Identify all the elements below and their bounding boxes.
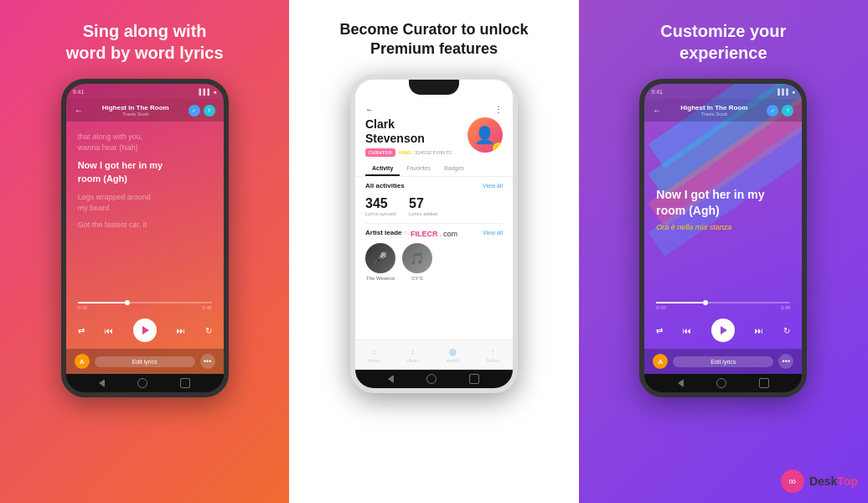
- identify-nav-icon: ◎: [449, 347, 457, 356]
- lyrics-added-label: Lyrics added: [409, 211, 437, 216]
- phone3-more-options[interactable]: •••: [778, 354, 793, 369]
- user-avatar[interactable]: A: [75, 354, 90, 369]
- phone-2-screen: ← ⋮ Clark Stevenson CURATOR KING 334532 …: [355, 80, 513, 370]
- phone-2-nav: [355, 370, 513, 388]
- phone3-nav-recents[interactable]: [759, 378, 769, 388]
- phone3-nav-back[interactable]: [678, 379, 684, 387]
- phone3-progress-fill: [656, 302, 703, 303]
- play-button[interactable]: [133, 319, 157, 342]
- lyric-line-1: that along with you,wanna hear (Nah): [78, 132, 212, 153]
- profile-badges: CURATOR KING 334532 POINTS: [365, 148, 461, 157]
- lyric-highlight: Now I got her: [78, 160, 137, 170]
- view-all-activities[interactable]: View all: [483, 183, 503, 189]
- points-badge: 334532 POINTS: [415, 150, 452, 155]
- panel-3-title: Customize your experience: [660, 20, 786, 64]
- library-nav-icon: ♪: [411, 347, 415, 356]
- phone3-artist-name: Travis Scott: [701, 111, 727, 117]
- panel-2-title: Become Curator to unlock Premium feature…: [339, 20, 528, 60]
- shuffle-icon[interactable]: ⇄: [78, 326, 85, 335]
- profile-name: Clark Stevenson: [365, 117, 461, 146]
- next-icon[interactable]: ⏭: [177, 326, 185, 335]
- time-total: 3:48: [202, 305, 212, 310]
- song-title: Highest In The Room: [102, 104, 169, 111]
- phone3-edit-lyrics[interactable]: Edit lyrics: [673, 356, 773, 367]
- filecr-brand: FILECR: [411, 230, 438, 238]
- lyrics-content: that along with you,wanna hear (Nah) Now…: [66, 122, 224, 297]
- translate-icon[interactable]: T: [204, 105, 215, 117]
- bottom-nav-submit[interactable]: ↑ Submit: [486, 347, 499, 363]
- lyrics-synced-label: Lyrics synced: [365, 211, 395, 216]
- notch: [409, 80, 459, 95]
- filecr-dot: .: [439, 230, 442, 238]
- tab-badges[interactable]: Badges: [437, 162, 471, 176]
- phone2-nav-home[interactable]: [426, 374, 437, 384]
- view-all-leaderboard[interactable]: View all: [483, 230, 503, 236]
- phone-3-content: 9:41 ▌▌▌ ● ← Highest In The Room Travis …: [644, 84, 802, 374]
- crown-icon: 👑: [493, 143, 503, 153]
- phone3-avatar[interactable]: A: [653, 354, 668, 369]
- lyric-line-active: Now I got her in myroom (Agh): [78, 159, 212, 185]
- bottom-nav-identify[interactable]: ◎ Identify: [446, 347, 459, 363]
- phone3-time-total: 3:48: [781, 305, 791, 310]
- phone3-shuffle-icon[interactable]: ⇄: [656, 326, 663, 335]
- phone2-bottom-nav: ⌂ Home ♪ Library ◎ Identify ↑ Submit: [355, 340, 513, 370]
- tab-favorites[interactable]: Favorites: [400, 162, 437, 176]
- bottom-action-bar: A Edit lyrics •••: [66, 349, 224, 374]
- phone2-menu-icon[interactable]: ⋮: [494, 105, 503, 114]
- tabs-row: Activity Favorites Badges: [355, 162, 513, 177]
- bottom-nav-library[interactable]: ♪ Library: [406, 347, 419, 363]
- lyrics-synced-count: 345: [365, 196, 395, 211]
- phone2-nav-back[interactable]: [388, 375, 394, 383]
- progress-fill: [78, 302, 125, 303]
- tab-activity[interactable]: Activity: [365, 162, 400, 176]
- phone3-play-button[interactable]: [711, 319, 735, 342]
- phone3-back-icon[interactable]: ←: [653, 106, 661, 115]
- check-icon[interactable]: ✓: [189, 105, 200, 117]
- artist-item-2[interactable]: 🎵 CY'S: [402, 243, 432, 281]
- time-current: 0:40: [78, 305, 88, 310]
- phone3-play-icon: [721, 326, 727, 334]
- phone3-nav-home[interactable]: [716, 378, 726, 388]
- nav-back-button[interactable]: [99, 379, 105, 387]
- phone3-check-icon[interactable]: ✓: [767, 105, 778, 117]
- phone3-next-icon[interactable]: ⏭: [755, 326, 763, 335]
- more-options-button[interactable]: •••: [200, 354, 215, 369]
- notch-area: [355, 80, 513, 98]
- artist-avatars: 🎤 The Weeknd 🎵 CY'S: [355, 240, 513, 284]
- filecr-watermark: FILECR . com: [402, 226, 466, 241]
- phone3-lyric-main: Now I got her in my room (Agh): [656, 187, 790, 217]
- progress-bar[interactable]: [78, 302, 212, 303]
- prev-icon[interactable]: ⏮: [105, 326, 113, 335]
- submit-nav-icon: ↑: [491, 347, 495, 356]
- panel-1: Sing along with word by word lyrics 9:41…: [0, 0, 289, 503]
- bottom-nav-home[interactable]: ⌂ Home: [369, 347, 380, 363]
- phone3-prev-icon[interactable]: ⏮: [683, 326, 691, 335]
- king-badge: KING: [399, 150, 411, 155]
- phone-3-header: ← Highest In The Room Travis Scott ✓ T: [644, 99, 802, 122]
- header-icons: ✓ T: [189, 105, 215, 117]
- artist-name-2: CY'S: [411, 276, 422, 281]
- stat-lyrics-synced: 345 Lyrics synced: [365, 196, 395, 216]
- play-triangle-icon: [142, 326, 149, 334]
- phone3-progress[interactable]: 0:40 3:48: [644, 297, 802, 315]
- nav-home-button[interactable]: [137, 378, 147, 388]
- stats-row: 345 Lyrics synced 57 Lyrics added: [355, 193, 513, 223]
- progress-dot: [125, 300, 130, 305]
- profile-avatar: 👤 👑: [468, 117, 503, 153]
- phone3-progress-bar[interactable]: [656, 302, 790, 303]
- nav-recents-button[interactable]: [180, 378, 190, 388]
- phone3-time-current: 0:40: [656, 305, 666, 310]
- curator-badge: CURATOR: [365, 148, 395, 157]
- artist-name: Travis Scott: [122, 111, 148, 117]
- artist-name-1: The Weeknd: [366, 276, 395, 281]
- phone2-back-icon[interactable]: ←: [365, 105, 374, 114]
- phone-1-screen: 9:41 ▌▌▌ ● ← Highest In The Room Travis …: [66, 84, 224, 374]
- phone3-translate-icon[interactable]: T: [782, 105, 793, 117]
- artist-item-1[interactable]: 🎤 The Weeknd: [365, 243, 395, 281]
- back-arrow-icon[interactable]: ←: [75, 106, 83, 115]
- phone3-repeat-icon[interactable]: ↻: [783, 326, 790, 335]
- phone2-nav-recents[interactable]: [469, 374, 479, 384]
- repeat-icon[interactable]: ↻: [205, 326, 212, 335]
- progress-area[interactable]: 0:40 3:48: [66, 297, 224, 315]
- edit-lyrics-button[interactable]: Edit lyrics: [95, 356, 195, 367]
